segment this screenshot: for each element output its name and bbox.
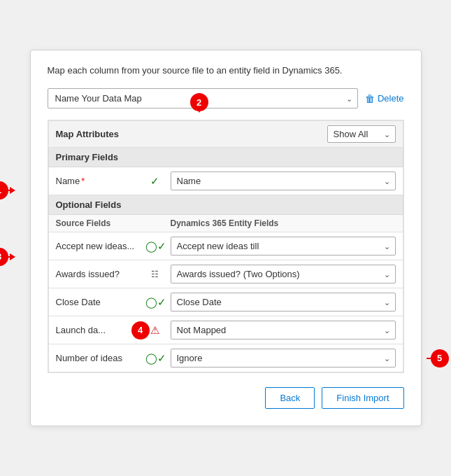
number-of-ideas-check-icon: ◯✓: [145, 352, 165, 365]
annotation-3-container: 3: [0, 253, 15, 260]
accept-new-ideas-select[interactable]: Accept new ideas till Not Mapped Ignore: [171, 237, 396, 255]
description: Map each column from your source file to…: [48, 64, 404, 77]
accept-new-ideas-check-icon: ◯✓: [145, 240, 165, 253]
map-attributes-label: Map Attributes: [56, 129, 120, 139]
data-map-row: Name Your Data Map ⌄ 🗑 Delete: [48, 88, 404, 108]
number-of-ideas-select-wrapper: Ignore Not Mapped Close Date ⌄ 5: [171, 349, 396, 368]
back-button[interactable]: Back: [265, 387, 315, 409]
map-attributes-section: Map Attributes 2 Show All Mapped Unmappe…: [48, 120, 404, 373]
name-field-row: Name* ✓ Name Account Contact ⌄: [48, 167, 403, 195]
accept-new-ideas-select-wrapper: Accept new ideas till Not Mapped Ignore …: [171, 237, 396, 255]
name-field-select-wrapper: Name Account Contact ⌄: [171, 172, 396, 190]
close-date-select[interactable]: Close Date Not Mapped Ignore: [171, 293, 396, 312]
annotation-3: 3: [0, 248, 8, 266]
close-date-select-wrapper: Close Date Not Mapped Ignore ⌄: [171, 293, 396, 312]
field-row-launch-da: Launch da... ⚠ 4 Not Mapped Close Date I…: [48, 316, 403, 344]
annotation-5: 5: [431, 349, 449, 368]
delete-button[interactable]: 🗑 Delete: [365, 93, 404, 104]
field-row-awards-issued: Awards issued? ☷ Awards issued? (Two Opt…: [48, 260, 403, 288]
trash-icon: 🗑: [365, 93, 375, 104]
show-all-select-wrapper: Show All Mapped Unmapped ⌄: [327, 125, 396, 143]
required-star: *: [81, 176, 85, 186]
columns-header: Source Fields Dynamics 365 Entity Fields: [48, 215, 403, 232]
field-row-close-date: Close Date ◯✓ Close Date Not Mapped Igno…: [48, 288, 403, 316]
launch-da-select-wrapper: Not Mapped Close Date Ignore ⌄: [171, 321, 396, 340]
source-fields-col-header: Source Fields: [56, 218, 140, 228]
field-row-number-of-ideas: Number of ideas ◯✓ Ignore Not Mapped Clo…: [48, 344, 403, 372]
annotation-1-container: 1: [0, 187, 15, 194]
primary-fields-header: Primary Fields: [48, 148, 403, 167]
annotation-4-container: 4: [131, 327, 148, 334]
close-date-source: Close Date: [56, 297, 140, 307]
launch-da-select[interactable]: Not Mapped Close Date Ignore: [171, 321, 396, 340]
launch-da-source: Launch da...: [56, 325, 140, 335]
awards-issued-source: Awards issued?: [56, 269, 140, 279]
optional-fields-label: Optional Fields: [56, 200, 122, 210]
show-all-wrapper: Show All Mapped Unmapped ⌄: [327, 125, 396, 143]
annotation-2: 2: [190, 93, 208, 111]
annotation-5-container: 5: [427, 355, 445, 362]
annotation-1: 1: [0, 181, 8, 200]
name-field-label: Name*: [56, 176, 140, 186]
name-check-icon: ✓: [145, 175, 165, 188]
field-row-accept-new-ideas: Accept new ideas... ◯✓ Accept new ideas …: [48, 232, 403, 260]
annotation-2-container: 2: [196, 93, 203, 113]
finish-import-button[interactable]: Finish Import: [322, 387, 403, 409]
show-all-select[interactable]: Show All Mapped Unmapped: [327, 125, 396, 143]
entity-fields-col-header: Dynamics 365 Entity Fields: [145, 218, 396, 228]
accept-new-ideas-source: Accept new ideas...: [56, 241, 140, 251]
awards-issued-select[interactable]: Awards issued? (Two Options) Not Mapped …: [171, 265, 396, 284]
footer-buttons: Back Finish Import: [48, 387, 404, 409]
awards-issued-select-wrapper: Awards issued? (Two Options) Not Mapped …: [171, 265, 396, 284]
number-of-ideas-source: Number of ideas: [56, 353, 140, 363]
name-field-select[interactable]: Name Account Contact: [171, 172, 396, 190]
import-card: 1 3 Map each column from your source fil…: [30, 50, 422, 426]
annotation-4: 4: [131, 321, 150, 340]
close-date-check-icon: ◯✓: [145, 296, 165, 309]
primary-fields-label: Primary Fields: [56, 152, 119, 162]
map-attributes-header: Map Attributes 2 Show All Mapped Unmappe…: [48, 120, 403, 148]
delete-label: Delete: [378, 93, 404, 104]
awards-issued-text-icon: ☷: [145, 270, 165, 279]
optional-fields-header: Optional Fields: [48, 195, 403, 215]
number-of-ideas-select[interactable]: Ignore Not Mapped Close Date: [171, 349, 396, 368]
